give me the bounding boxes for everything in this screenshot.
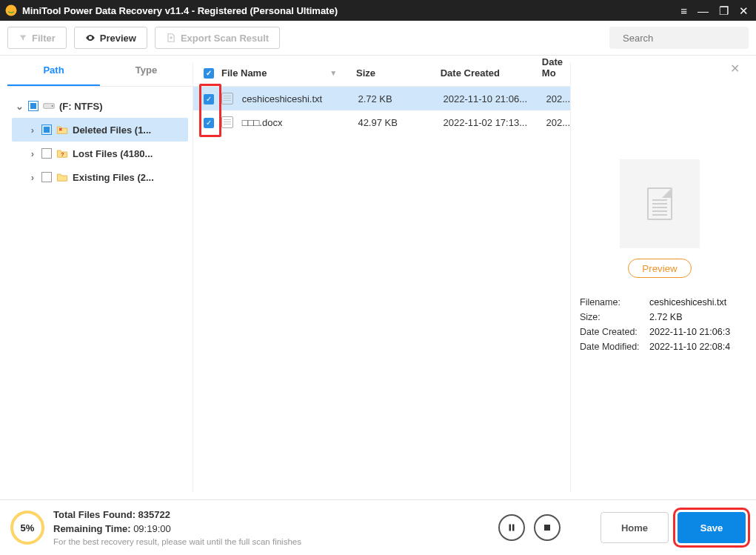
minimize-icon[interactable]: — <box>698 5 709 16</box>
meta-key: Size: <box>580 312 649 322</box>
document-icon <box>647 187 672 220</box>
footer: 5% Total Files Found: 835722 Remaining T… <box>0 499 756 555</box>
search-box[interactable] <box>609 27 749 49</box>
file-size: 2.72 KB <box>358 93 443 104</box>
meta-key: Date Created: <box>580 327 649 337</box>
file-created: 2022-11-10 21:06... <box>444 93 546 104</box>
col-size[interactable]: Size <box>356 67 441 79</box>
file-icon <box>221 116 233 128</box>
close-icon[interactable]: ✕ <box>730 62 740 76</box>
tree-item-existing[interactable]: › Existing Files (2... <box>12 165 188 189</box>
scan-info: Total Files Found: 835722 Remaining Time… <box>53 509 489 546</box>
tree-drive-label: (F: NTFS) <box>59 101 102 112</box>
meta-value: 2022-11-10 22:08:4 <box>649 342 740 352</box>
file-created: 2022-11-02 17:13... <box>444 117 546 128</box>
meta-value: 2.72 KB <box>649 312 740 322</box>
found-label: Total Files Found: <box>53 509 138 520</box>
chevron-right-icon[interactable]: › <box>28 124 37 136</box>
chevron-right-icon[interactable]: › <box>28 148 37 159</box>
checkbox-tristate[interactable] <box>28 101 39 111</box>
file-row[interactable]: ✓ ceshiceshiceshi.txt 2.72 KB 2022-11-10… <box>193 87 570 110</box>
checkbox-tristate[interactable] <box>41 124 52 135</box>
preview-label: Preview <box>100 33 136 44</box>
tree: ⌄ (F: NTFS) › Deleted Files (1... › ? Lo… <box>7 87 193 499</box>
file-name: □□□.docx <box>242 117 283 128</box>
col-created[interactable]: Date Created <box>441 67 542 79</box>
svg-rect-6 <box>512 525 515 531</box>
app-logo-icon <box>4 4 18 17</box>
tree-panel: Path Type ⌄ (F: NTFS) › Deleted Files (1… <box>7 56 193 499</box>
tree-tabs: Path Type <box>7 56 193 87</box>
svg-text:?: ? <box>61 151 64 158</box>
tab-type[interactable]: Type <box>100 56 193 86</box>
svg-rect-5 <box>509 525 512 531</box>
eye-icon <box>85 33 96 43</box>
sort-desc-icon: ▼ <box>330 69 337 77</box>
checkbox-empty[interactable] <box>41 172 52 182</box>
tree-drive[interactable]: ⌄ (F: NTFS) <box>12 94 188 118</box>
tree-lost-label: Lost Files (4180... <box>73 148 153 159</box>
toolbar: Filter Preview Export Scan Result <box>0 21 756 56</box>
close-icon[interactable]: ✕ <box>739 5 749 16</box>
file-list-panel: ✓ File Name▼ Size Date Created Date Mo ✓… <box>193 56 570 499</box>
progress-ring: 5% <box>10 511 44 545</box>
filter-icon <box>19 33 27 42</box>
remaining-label: Remaining Time: <box>53 523 133 534</box>
drive-icon <box>43 100 55 112</box>
export-label: Export Scan Result <box>181 33 269 44</box>
tree-item-deleted[interactable]: › Deleted Files (1... <box>12 118 188 142</box>
tab-path[interactable]: Path <box>7 56 100 86</box>
export-icon <box>166 33 176 43</box>
menu-icon[interactable]: ≡ <box>680 5 687 16</box>
col-name[interactable]: File Name▼ <box>221 67 356 79</box>
preview-file-button[interactable]: Preview <box>628 259 691 278</box>
folder-icon <box>56 171 68 183</box>
file-list-body: ✓ ceshiceshiceshi.txt 2.72 KB 2022-11-10… <box>193 87 570 499</box>
progress-value: 5% <box>21 522 35 534</box>
svg-rect-7 <box>544 525 550 531</box>
chevron-down-icon[interactable]: ⌄ <box>15 101 24 112</box>
preview-meta: Filename:ceshiceshiceshi.txt Size:2.72 K… <box>580 297 740 356</box>
restore-icon[interactable]: ❐ <box>719 5 729 16</box>
title-bar: MiniTool Power Data Recovery v11.4 - Reg… <box>0 0 756 21</box>
remaining-value: 09:19:00 <box>133 523 171 534</box>
pause-icon <box>507 523 516 532</box>
stop-button[interactable] <box>534 514 561 541</box>
file-modified: 202... <box>546 117 570 128</box>
file-row[interactable]: ✓ □□□.docx 42.97 KB 2022-11-02 17:13... … <box>193 110 570 134</box>
preview-button[interactable]: Preview <box>74 27 147 49</box>
svg-point-3 <box>52 105 53 107</box>
tree-deleted-label: Deleted Files (1... <box>73 124 151 136</box>
save-button[interactable]: Save <box>678 512 746 543</box>
row-checkbox[interactable]: ✓ <box>204 118 214 128</box>
file-list-header: ✓ File Name▼ Size Date Created Date Mo <box>193 56 570 87</box>
lost-folder-icon: ? <box>56 147 68 159</box>
filter-label: Filter <box>32 33 56 44</box>
tree-item-lost[interactable]: › ? Lost Files (4180... <box>12 142 188 165</box>
stop-icon <box>543 523 552 532</box>
tree-existing-label: Existing Files (2... <box>73 172 154 183</box>
meta-key: Filename: <box>580 297 649 308</box>
search-input[interactable] <box>623 33 747 44</box>
checkbox-empty[interactable] <box>41 148 52 159</box>
preview-panel: ✕ Preview Filename:ceshiceshiceshi.txt S… <box>571 56 749 499</box>
filter-button[interactable]: Filter <box>7 27 67 49</box>
meta-key: Date Modified: <box>580 342 649 352</box>
file-size: 42.97 KB <box>358 117 443 128</box>
export-button[interactable]: Export Scan Result <box>155 27 280 49</box>
found-count: 835722 <box>138 509 170 520</box>
deleted-folder-icon <box>56 124 68 136</box>
pause-button[interactable] <box>498 514 525 541</box>
window-title: MiniTool Power Data Recovery v11.4 - Reg… <box>22 5 680 16</box>
file-name: ceshiceshiceshi.txt <box>242 93 322 104</box>
row-checkbox[interactable]: ✓ <box>204 94 214 104</box>
svg-point-0 <box>6 5 17 16</box>
meta-value: ceshiceshiceshi.txt <box>649 297 740 308</box>
preview-thumbnail <box>620 159 700 248</box>
col-modified[interactable]: Date Mo <box>542 56 570 79</box>
home-button[interactable]: Home <box>601 512 669 543</box>
scan-hint: For the best recovery result, please wai… <box>53 537 489 546</box>
chevron-right-icon[interactable]: › <box>28 172 37 183</box>
checkbox-all[interactable]: ✓ <box>204 68 214 79</box>
file-modified: 202... <box>546 93 570 104</box>
